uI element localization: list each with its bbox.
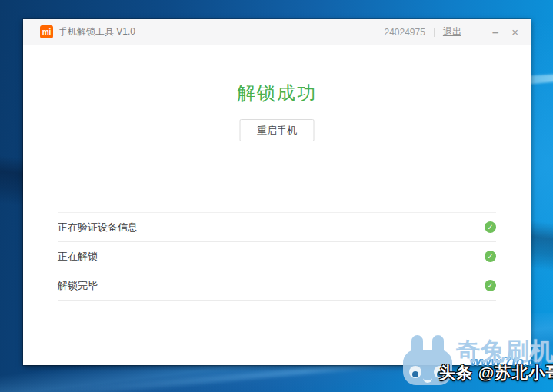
check-icon: ✓ xyxy=(485,280,496,291)
logout-link[interactable]: 退出 xyxy=(443,25,461,38)
check-icon: ✓ xyxy=(485,221,496,233)
check-icon: ✓ xyxy=(485,251,496,262)
titlebar-right-group: 24024975 退出 – × xyxy=(385,25,519,38)
step-label: 正在解锁 xyxy=(58,250,98,264)
step-label: 正在验证设备信息 xyxy=(58,221,138,234)
step-label: 解锁完毕 xyxy=(58,279,98,293)
close-button[interactable]: × xyxy=(511,26,518,38)
status-step-verify-device: 正在验证设备信息 ✓ xyxy=(58,213,496,242)
window-title: 手机解锁工具 V1.0 xyxy=(58,25,135,38)
titlebar-divider xyxy=(434,28,435,37)
unlock-success-title: 解锁成功 xyxy=(23,81,531,105)
minimize-button[interactable]: – xyxy=(492,26,498,38)
restart-phone-button[interactable]: 重启手机 xyxy=(240,119,315,141)
window-titlebar[interactable]: mi 手机解锁工具 V1.0 24024975 退出 – × xyxy=(23,19,531,45)
watermark-credit: 头条 @苏北小哥 xyxy=(439,362,553,384)
unlock-tool-window: mi 手机解锁工具 V1.0 24024975 退出 – × 解锁成功 重启手机… xyxy=(23,19,531,365)
status-step-unlock-complete: 解锁完毕 ✓ xyxy=(58,271,496,301)
account-id: 24024975 xyxy=(385,27,425,38)
status-step-unlocking: 正在解锁 ✓ xyxy=(58,242,496,271)
status-step-list: 正在验证设备信息 ✓ 正在解锁 ✓ 解锁完毕 ✓ xyxy=(58,212,496,301)
screen: mi 手机解锁工具 V1.0 24024975 退出 – × 解锁成功 重启手机… xyxy=(0,0,553,392)
mi-logo-icon: mi xyxy=(40,25,53,38)
